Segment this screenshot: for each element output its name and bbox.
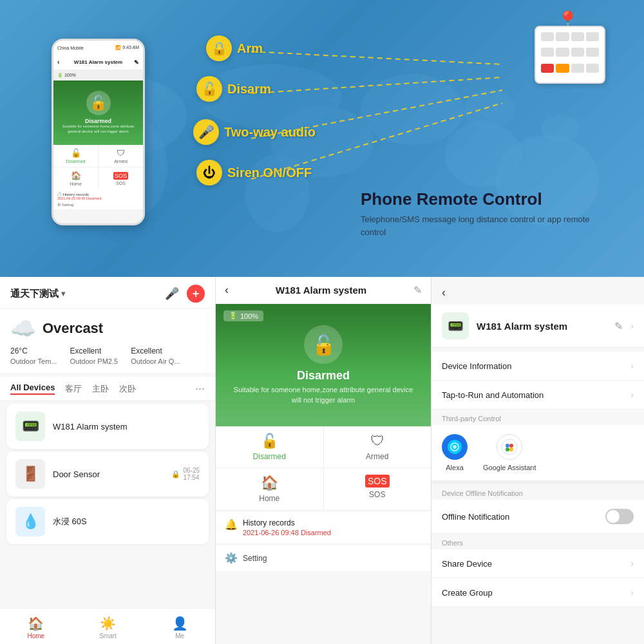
temp-stat: 26°C Outdoor Tem... bbox=[10, 346, 57, 366]
nav-me[interactable]: 👤 Me bbox=[144, 613, 216, 639]
sos-button[interactable]: SOS SOS bbox=[324, 468, 431, 509]
google-assistant-icon bbox=[497, 434, 522, 460]
chevron-right-icon: › bbox=[630, 321, 634, 331]
chevron-right-icon: › bbox=[630, 558, 634, 569]
sos-icon: SOS bbox=[365, 475, 390, 488]
settings-device-icon: 📟 bbox=[442, 312, 469, 339]
tab-living-room[interactable]: 客厅 bbox=[65, 383, 82, 395]
panel-device-control: ‹ W181 Alarm system ✎ 🔋 100% 🔓 Disarmed … bbox=[216, 277, 431, 644]
home-header-title: 通天下测试 ▾ bbox=[10, 288, 65, 300]
third-party-section: Alexa Google Assistant bbox=[431, 425, 644, 484]
panel-home: 通天下测试 ▾ 🎤 + ☁️ Overcast 26°C Outdoor Tem… bbox=[0, 277, 216, 644]
edit-icon[interactable]: ✎ bbox=[413, 284, 422, 296]
devices-filter-bar: All Devices 客厅 主卧 次卧 ··· bbox=[0, 377, 215, 401]
offline-section-title: Device Offline Notification bbox=[431, 484, 644, 500]
history-detail: 2021-06-26 09:48 Disarmed bbox=[243, 529, 331, 536]
smart-nav-icon: ☀️ bbox=[100, 616, 116, 631]
feature-disarm: 🔓 Disarm bbox=[196, 76, 271, 102]
promo-subtitle: Telephone/SMS message long distance cont… bbox=[361, 213, 605, 238]
device-name-door: Door Sensor bbox=[53, 469, 100, 479]
history-title: History records bbox=[243, 518, 331, 527]
status-lock-icon: 🔓 bbox=[304, 325, 343, 364]
device-thumb-door: 🚪 bbox=[15, 459, 45, 489]
settings-device-row: 📟 W181 Alarm system ✎ › bbox=[431, 305, 644, 348]
promo-text-block: Phone Remote Control Telephone/SMS messa… bbox=[361, 189, 605, 238]
power-icon: ⏻ bbox=[196, 160, 222, 185]
device-name-water: 水浸 60S bbox=[53, 516, 87, 527]
others-section-title: Others bbox=[431, 534, 644, 549]
device-image bbox=[535, 26, 605, 84]
chevron-right-icon: › bbox=[630, 390, 634, 400]
feature-two-way-audio: 🎤 Two-way audio bbox=[193, 119, 316, 145]
home-header: 通天下测试 ▾ 🎤 + bbox=[0, 277, 215, 308]
svg-point-9 bbox=[464, 90, 515, 129]
tab-all-devices[interactable]: All Devices bbox=[10, 383, 55, 395]
control-grid: 🔓 Disarmed 🛡 Armed 🏠 Home SOS SOS bbox=[216, 426, 431, 509]
third-party-section-title: Third-party Control bbox=[431, 410, 644, 425]
google-assistant-item[interactable]: Google Assistant bbox=[483, 434, 536, 471]
cloud-icon: ☁️ bbox=[10, 316, 36, 341]
device-thumb-alarm: 📟 bbox=[15, 412, 45, 441]
tab-second-bedroom[interactable]: 次卧 bbox=[119, 383, 136, 395]
device-name-alarm: W181 Alarm system bbox=[53, 422, 128, 431]
status-sublabel: Suitable for someone home,zone attribute… bbox=[216, 385, 431, 405]
svg-point-6 bbox=[361, 74, 464, 145]
list-item[interactable]: 💧 水浸 60S bbox=[6, 499, 209, 544]
promo-title: Phone Remote Control bbox=[361, 189, 605, 209]
disarm-icon: 🔓 bbox=[261, 433, 278, 450]
svg-point-18 bbox=[502, 439, 517, 455]
list-item[interactable]: 🚪 Door Sensor 🔒 06-2517:54 bbox=[6, 451, 209, 497]
settings-item-device-info[interactable]: Device Information › bbox=[431, 352, 644, 381]
chevron-down-icon[interactable]: ▾ bbox=[61, 289, 65, 298]
home-nav-icon: 🏠 bbox=[28, 616, 44, 631]
bottom-navigation: 🏠 Home ☀️ Smart 👤 Me bbox=[0, 608, 216, 644]
armed-button[interactable]: 🛡 Armed bbox=[324, 426, 431, 468]
weather-section: ☁️ Overcast 26°C Outdoor Tem... Excellen… bbox=[0, 308, 215, 373]
more-tabs-icon[interactable]: ··· bbox=[195, 382, 205, 395]
arm-icon: 🔒 bbox=[206, 35, 232, 61]
settings-device-name: W181 Alarm system bbox=[477, 321, 607, 332]
device-date-door: 🔒 06-2517:54 bbox=[171, 467, 200, 481]
alexa-item[interactable]: Alexa bbox=[442, 434, 468, 471]
device-status-panel: 🔋 100% 🔓 Disarmed Suitable for someone h… bbox=[216, 304, 431, 426]
device-list: 📟 W181 Alarm system 🚪 Door Sensor 🔒 06-2… bbox=[0, 404, 215, 585]
nav-home[interactable]: 🏠 Home bbox=[0, 613, 72, 639]
offline-toggle[interactable] bbox=[605, 509, 634, 524]
svg-point-19 bbox=[506, 444, 509, 448]
settings-item-share[interactable]: Share Device › bbox=[431, 549, 644, 578]
panel-settings: ‹ 📟 W181 Alarm system ✎ › Device Informa… bbox=[431, 277, 644, 644]
svg-point-21 bbox=[506, 448, 509, 451]
tab-master-bedroom[interactable]: 主卧 bbox=[92, 383, 109, 395]
home-button[interactable]: 🏠 Home bbox=[216, 468, 323, 509]
nav-smart[interactable]: ☀️ Smart bbox=[72, 613, 144, 639]
history-section[interactable]: 🔔 History records 2021-06-26 09:48 Disar… bbox=[216, 512, 431, 543]
profile-nav-icon: 👤 bbox=[172, 616, 188, 631]
list-item[interactable]: 📟 W181 Alarm system bbox=[6, 404, 209, 449]
settings-item-create-group[interactable]: Create Group › bbox=[431, 578, 644, 607]
chevron-right-icon: › bbox=[630, 587, 634, 598]
battery-indicator: 🔋 100% bbox=[223, 310, 263, 321]
chevron-right-icon: › bbox=[630, 361, 634, 371]
add-device-button[interactable]: + bbox=[187, 285, 205, 303]
device-control-header: ‹ W181 Alarm system ✎ bbox=[216, 277, 431, 304]
phone-mockup: China Mobile 📶 9:43 AM ‹ W181 Alarm syst… bbox=[52, 39, 145, 225]
microphone-icon: 🎤 bbox=[193, 119, 219, 145]
shield-icon: 🛡 bbox=[370, 433, 384, 450]
alexa-icon bbox=[442, 434, 468, 460]
lock-icon: 🔒 bbox=[171, 470, 180, 478]
weather-label: Overcast bbox=[43, 320, 103, 337]
history-icon: 🔔 bbox=[225, 518, 238, 531]
settings-edit-button[interactable]: ✎ bbox=[614, 320, 623, 332]
settings-item-offline[interactable]: Offline Notification bbox=[431, 500, 644, 534]
pm25-stat: Excellent Outdoor PM2.5 bbox=[70, 346, 118, 366]
microphone-icon[interactable]: 🎤 bbox=[165, 287, 179, 301]
disarm-button[interactable]: 🔓 Disarmed bbox=[216, 426, 323, 468]
home-icon: 🏠 bbox=[261, 475, 278, 491]
back-icon[interactable]: ‹ bbox=[225, 283, 229, 297]
disarm-icon: 🔓 bbox=[196, 76, 222, 102]
air-stat: Excellent Outdoor Air Q... bbox=[131, 346, 180, 366]
settings-back-icon[interactable]: ‹ bbox=[442, 286, 446, 299]
settings-icon: ⚙️ bbox=[225, 552, 238, 564]
settings-item-automation[interactable]: Tap-to-Run and Automation › bbox=[431, 381, 644, 410]
setting-section[interactable]: ⚙️ Setting bbox=[216, 545, 431, 571]
